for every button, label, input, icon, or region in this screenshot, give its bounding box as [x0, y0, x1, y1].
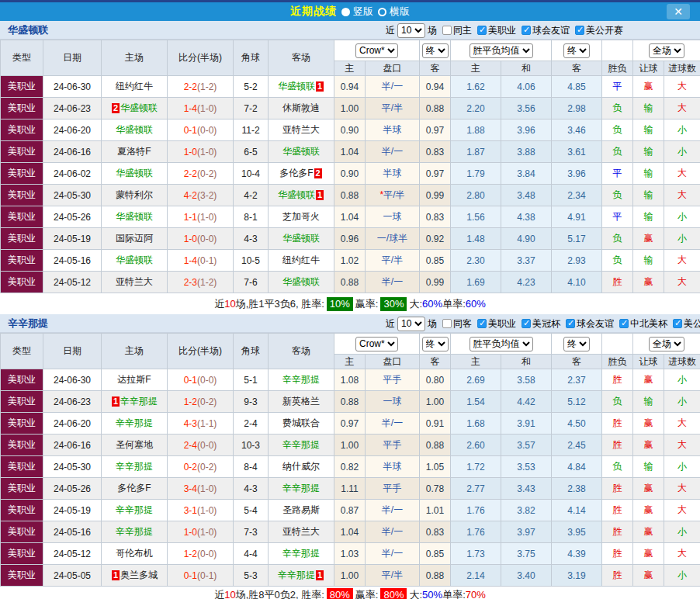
- match-count-select[interactable]: 10: [397, 317, 425, 331]
- sub-col-header: 主: [451, 61, 501, 76]
- home-odds-cell: 0.88: [334, 391, 366, 413]
- home-team-cell: 辛辛那提: [102, 500, 168, 521]
- corner-cell: 4-3: [234, 478, 269, 500]
- league-checkbox[interactable]: [673, 319, 682, 328]
- match-type-cell: 美职业: [1, 250, 43, 272]
- final-avg-select[interactable]: 终: [563, 43, 590, 58]
- league-label: 球会友谊: [532, 25, 570, 36]
- result-cell: 负: [602, 456, 633, 478]
- corner-cell: 5-2: [234, 76, 269, 98]
- table-row: 美职业24-06-30达拉斯F0-1(0-0)5-1辛辛那提1.08平手0.80…: [1, 369, 700, 391]
- away-team-name: 华盛顿联: [282, 146, 320, 157]
- away-odds: 0.88: [426, 103, 444, 114]
- home-team-name: 华盛顿联: [116, 211, 153, 222]
- home-odds: 0.90: [341, 168, 359, 179]
- avg-draw: 3.97: [517, 527, 535, 538]
- avg-draw-cell: 3.91: [501, 413, 552, 435]
- score-cell: 3-1(1-0): [168, 500, 234, 521]
- result-cell: 胜: [602, 413, 633, 435]
- score-cell: 1-2(0-2): [168, 391, 234, 413]
- home-odds: 1.11: [341, 483, 358, 494]
- home-team-cell: 1奥兰多城: [102, 565, 168, 587]
- avg-away: 3.96: [567, 168, 585, 179]
- landscape-radio[interactable]: [378, 8, 386, 16]
- same-venue-label: 同主: [453, 24, 472, 37]
- handicap-value: 半/一: [382, 276, 403, 287]
- company-select[interactable]: Crow*: [355, 43, 398, 58]
- league-checkbox[interactable]: [619, 319, 629, 328]
- avg-draw: 3.43: [517, 483, 535, 494]
- close-icon[interactable]: ✕: [667, 4, 690, 19]
- match-type-cell: 美职业: [1, 565, 43, 587]
- avg-home-cell: 1.68: [451, 413, 501, 435]
- away-team-cell: 纽约红牛: [269, 250, 334, 272]
- goals-cell: 大: [664, 543, 700, 565]
- home-team-cell: 纽约红牛: [102, 76, 168, 98]
- avg-away-cell: 3.96: [552, 163, 602, 185]
- away-odds-cell: 0.91: [420, 413, 451, 435]
- home-odds: 0.88: [341, 396, 359, 407]
- match-type-cell: 美职业: [1, 206, 43, 228]
- away-odds: 0.78: [426, 483, 444, 494]
- away-odds-cell: 0.97: [420, 119, 451, 141]
- goals-cell: 小: [664, 369, 700, 391]
- avg-away: 3.19: [567, 570, 585, 581]
- halftime-score: (1-0): [197, 103, 217, 114]
- league-checkbox[interactable]: [575, 26, 584, 35]
- col-header-away: 客场: [269, 40, 334, 76]
- table-row: 美职业24-05-12哥伦布机1-2(0-0)4-4辛辛那提1.03半/一0.8…: [1, 543, 700, 565]
- corner-cell: 7-3: [234, 521, 269, 543]
- score-cell: 1-0(1-0): [168, 141, 234, 163]
- avg-home: 1.72: [466, 462, 484, 473]
- away-odds-cell: 0.99: [420, 185, 451, 206]
- fulltime-score: 0-2: [184, 462, 197, 473]
- score-cell: 1-1(1-0): [168, 206, 234, 228]
- same-venue-checkbox[interactable]: [442, 319, 452, 328]
- handicap-cell: 半球: [366, 119, 420, 141]
- corner-cell: 4-3: [234, 228, 269, 250]
- avg-odds-select[interactable]: 胜平负均值: [470, 337, 533, 351]
- table-row: 美职业24-05-30辛辛那提0-2(0-2)8-4纳什威尔0.82半球1.05…: [1, 456, 700, 478]
- date-cell: 24-05-16: [43, 250, 102, 272]
- league-checkbox[interactable]: [522, 319, 531, 328]
- same-venue-checkbox[interactable]: [442, 26, 452, 35]
- home-team-name: 辛辛那提: [116, 504, 153, 515]
- league-checkbox[interactable]: [477, 26, 487, 35]
- home-odds-cell: 0.88: [334, 185, 366, 206]
- final-odds-select[interactable]: 终: [422, 337, 449, 351]
- col-header-type: 类型: [1, 334, 43, 369]
- avg-odds-select[interactable]: 胜平负均值: [470, 43, 533, 58]
- handicap-result-cell: 输: [633, 163, 664, 185]
- sub-col-header: 主: [451, 355, 501, 369]
- league-label: 球会友谊: [577, 318, 614, 329]
- match-count-select[interactable]: 10: [397, 23, 425, 38]
- portrait-radio[interactable]: [341, 8, 350, 16]
- league-checkbox[interactable]: [566, 319, 575, 328]
- league-checkbox[interactable]: [477, 319, 487, 328]
- avg-home-cell: 1.62: [451, 76, 501, 98]
- avg-home-cell: 2.69: [451, 369, 501, 391]
- fulltime-score: 1-0: [184, 527, 197, 538]
- company-select[interactable]: Crow*: [355, 337, 398, 351]
- final-avg-select[interactable]: 终: [563, 337, 590, 351]
- scope-select[interactable]: 全场: [649, 337, 684, 351]
- away-team-cell: 华盛顿联1: [269, 185, 334, 206]
- sub-col-header: 客: [420, 61, 451, 76]
- unit-label: 场: [428, 317, 437, 331]
- away-odds-cell: 0.78: [420, 478, 451, 500]
- scope-select[interactable]: 全场: [649, 43, 684, 58]
- home-team-name: 亚特兰大: [116, 276, 153, 287]
- avg-draw-cell: 3.84: [501, 163, 552, 185]
- corner-cell: 5-1: [234, 369, 269, 391]
- avg-draw: 4.23: [517, 277, 535, 288]
- col-header-corner: 角球: [234, 334, 269, 369]
- home-odds: 1.04: [341, 527, 359, 538]
- corner-cell: 2-4: [234, 413, 269, 435]
- final-odds-select[interactable]: 终: [422, 43, 449, 58]
- league-checkbox[interactable]: [522, 26, 531, 35]
- result-cell: 负: [602, 98, 633, 119]
- away-team-name: 亚特兰大: [282, 526, 320, 537]
- away-odds: 0.94: [426, 81, 444, 92]
- handicap-result-cell: 输: [633, 185, 664, 206]
- halftime-score: (0-0): [197, 234, 217, 244]
